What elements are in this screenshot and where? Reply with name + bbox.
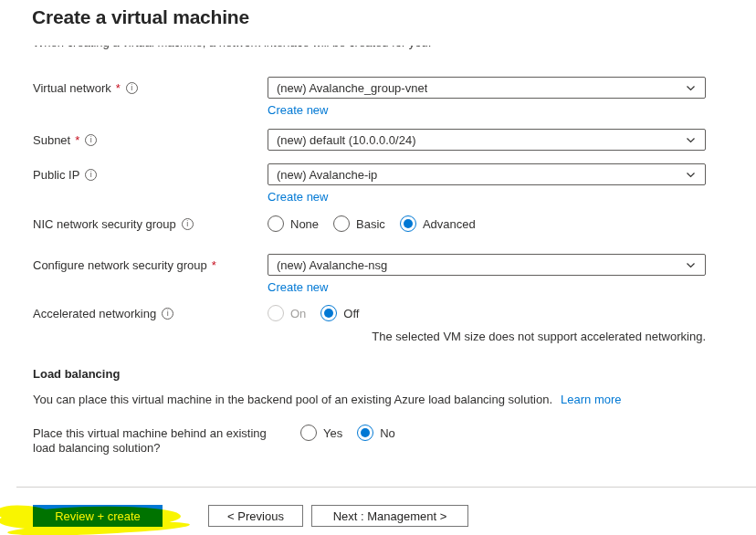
load-balancing-question-label: Place this virtual machine behind an exi… bbox=[33, 425, 270, 456]
clipped-text-line: When creating a virtual machine, a netwo… bbox=[33, 46, 690, 50]
configure-nsg-row: Configure network security group* (new) … bbox=[33, 254, 706, 294]
radio-circle-disabled bbox=[268, 305, 284, 321]
load-balancing-question-row: Place this virtual machine behind an exi… bbox=[33, 425, 709, 456]
radio-basic[interactable]: Basic bbox=[333, 215, 385, 232]
chevron-down-icon bbox=[685, 169, 697, 181]
required-mark: * bbox=[116, 81, 121, 95]
radio-no[interactable]: No bbox=[357, 425, 395, 441]
subnet-row: Subnet* i (new) default (10.0.0.0/24) bbox=[33, 129, 706, 151]
radio-off[interactable]: Off bbox=[320, 305, 359, 321]
accelerated-networking-note: The selected VM size does not support ac… bbox=[268, 330, 706, 343]
chevron-down-icon bbox=[685, 82, 697, 94]
load-balancing-radio-group: Yes No bbox=[300, 425, 709, 441]
nic-nsg-label: NIC network security group i bbox=[33, 215, 268, 232]
chevron-down-icon bbox=[685, 259, 697, 271]
virtual-network-label: Virtual network* i bbox=[33, 77, 268, 99]
public-ip-row: Public IP i (new) Avalanche-ip Create ne… bbox=[33, 163, 706, 204]
radio-circle bbox=[333, 215, 350, 232]
radio-yes[interactable]: Yes bbox=[300, 425, 342, 441]
footer-divider bbox=[16, 487, 756, 488]
virtual-network-dropdown[interactable]: (new) Avalanche_group-vnet bbox=[268, 77, 706, 99]
nic-nsg-radio-group: None Basic Advanced bbox=[268, 215, 706, 232]
load-balancing-description: You can place this virtual machine in th… bbox=[33, 393, 622, 406]
previous-button[interactable]: < Previous bbox=[208, 505, 303, 527]
public-ip-label: Public IP i bbox=[33, 163, 268, 185]
configure-nsg-dropdown[interactable]: (new) Avalanche-nsg bbox=[268, 254, 706, 276]
radio-circle-checked bbox=[357, 425, 373, 441]
radio-circle bbox=[300, 425, 317, 441]
load-balancing-heading: Load balancing bbox=[33, 367, 120, 381]
create-new-nsg-link[interactable]: Create new bbox=[268, 280, 328, 294]
radio-advanced[interactable]: Advanced bbox=[400, 215, 476, 232]
info-icon[interactable]: i bbox=[85, 134, 97, 146]
accelerated-networking-radio-group: On Off bbox=[268, 305, 706, 321]
subnet-label: Subnet* i bbox=[33, 129, 268, 151]
create-new-public-ip-link[interactable]: Create new bbox=[268, 190, 328, 204]
public-ip-dropdown[interactable]: (new) Avalanche-ip bbox=[268, 163, 706, 185]
next-management-button[interactable]: Next : Management > bbox=[311, 505, 468, 527]
create-new-vnet-link[interactable]: Create new bbox=[268, 103, 328, 117]
learn-more-link[interactable]: Learn more bbox=[561, 393, 621, 406]
radio-none[interactable]: None bbox=[268, 215, 319, 232]
radio-circle bbox=[268, 215, 284, 232]
info-icon[interactable]: i bbox=[162, 308, 173, 320]
chevron-down-icon bbox=[685, 134, 697, 146]
subnet-dropdown[interactable]: (new) default (10.0.0.0/24) bbox=[268, 129, 706, 151]
required-mark: * bbox=[212, 258, 216, 272]
info-icon[interactable]: i bbox=[85, 169, 97, 181]
info-icon[interactable]: i bbox=[126, 82, 138, 94]
nic-nsg-row: NIC network security group i None Basic … bbox=[33, 215, 706, 232]
page-title: Create a virtual machine bbox=[32, 6, 249, 28]
radio-on: On bbox=[268, 305, 306, 321]
accelerated-networking-row: Accelerated networking i On Off The sele… bbox=[33, 305, 706, 343]
info-icon[interactable]: i bbox=[182, 218, 194, 230]
review-create-button[interactable]: Review + create bbox=[33, 505, 163, 527]
radio-circle-checked bbox=[320, 305, 337, 321]
configure-nsg-label: Configure network security group* bbox=[33, 254, 268, 276]
required-mark: * bbox=[75, 133, 79, 147]
virtual-network-row: Virtual network* i (new) Avalanche_group… bbox=[33, 77, 706, 117]
radio-circle-checked bbox=[400, 215, 416, 232]
accelerated-networking-label: Accelerated networking i bbox=[33, 305, 268, 321]
